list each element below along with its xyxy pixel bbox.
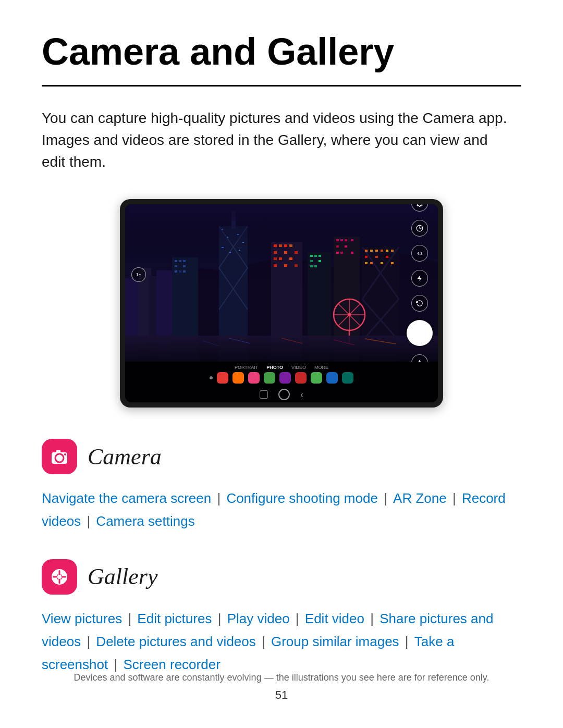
gallery-section-header: Gallery [42,559,521,595]
camera-right-controls: 4:3 [407,204,433,362]
gallery-section-icon-bg [42,559,77,595]
gallery-link-play[interactable]: Play video [227,611,290,626]
device-nav-bar: ‹ [125,387,438,402]
svg-rect-63 [336,252,339,254]
svg-rect-49 [310,255,313,257]
app-icon-4[interactable] [264,372,275,384]
camera-flip-icon[interactable] [411,295,428,312]
camera-settings-icon[interactable] [411,204,428,212]
camera-timer-icon[interactable] [411,220,428,237]
camera-ratio-icon[interactable]: 4:3 [411,245,428,262]
svg-rect-55 [314,265,317,267]
gallery-link-delete[interactable]: Delete pictures and videos [96,634,255,649]
camera-app-svg-icon [49,446,70,467]
camera-flash-icon[interactable] [411,270,428,287]
svg-rect-91 [125,336,438,362]
video-mode[interactable]: VIDEO [291,365,306,370]
photo-mode[interactable]: PHOTO [266,365,283,370]
svg-rect-51 [319,255,321,257]
app-icon-3[interactable] [248,372,260,384]
app-dock [130,372,433,384]
page-number: 51 [0,688,563,702]
svg-rect-65 [351,252,353,254]
svg-rect-80 [365,262,368,264]
svg-rect-30 [183,265,186,267]
sep-g7: | [401,634,412,649]
page-title: Camera and Gallery [42,31,521,72]
camera-mode-selector[interactable]: PORTRAIT PHOTO VIDEO MORE [130,365,433,370]
camera-link-navigate[interactable]: Navigate the camera screen [42,490,211,506]
gallery-link-edit-video[interactable]: Edit video [305,611,364,626]
device-screen: 1+ [125,204,438,402]
more-mode[interactable]: MORE [314,365,328,370]
app-icon-7[interactable] [311,372,322,384]
camera-section-links: Navigate the camera screen | Configure s… [42,487,521,533]
svg-rect-22 [222,247,224,248]
camera-section-icon-bg [42,439,77,474]
gallery-section: Gallery View pictures | Edit pictures | … [42,559,521,676]
portrait-mode[interactable]: PORTRAIT [235,365,258,370]
gallery-link-view[interactable]: View pictures [42,611,122,626]
svg-rect-45 [274,264,277,267]
camera-section-title: Camera [88,443,162,470]
title-divider [42,85,521,87]
svg-rect-103 [56,450,60,453]
svg-rect-72 [370,250,373,252]
app-icon-5[interactable] [279,372,291,384]
svg-rect-83 [391,262,394,264]
page-footer: Devices and software are constantly evol… [0,672,563,702]
sep-g6: | [258,634,269,649]
svg-point-112 [57,575,62,579]
svg-rect-73 [375,250,378,252]
svg-rect-46 [284,264,287,267]
camera-left-control[interactable]: 1+ [131,267,146,282]
nav-recent-button[interactable] [260,390,268,399]
app-icon-8[interactable] [326,372,338,384]
camera-shutter-button[interactable] [407,320,433,346]
svg-rect-75 [386,250,388,252]
separator-3: | [449,490,460,506]
svg-rect-42 [274,257,277,260]
svg-rect-32 [179,270,181,273]
svg-rect-24 [239,250,240,251]
city-skyline-bg: 1+ [125,204,438,362]
separator-2: | [380,490,391,506]
svg-rect-26 [175,260,177,262]
intro-paragraph: You can capture high-quality pictures an… [42,107,511,173]
sep-g1: | [124,611,135,626]
device-screenshot-container: 1+ [42,199,521,408]
svg-rect-82 [381,262,383,264]
nav-bar-left [260,390,268,399]
app-icon-2[interactable] [232,372,244,384]
svg-rect-41 [295,251,298,254]
svg-rect-71 [365,250,368,252]
svg-rect-29 [175,265,177,267]
sep-g3: | [292,611,303,626]
app-icon-1[interactable] [217,372,228,384]
device-frame: 1+ [120,199,443,408]
gallery-section-links: View pictures | Edit pictures | Play vid… [42,607,521,676]
app-icon-6[interactable] [295,372,307,384]
sep-g4: | [366,611,377,626]
gallery-section-title: Gallery [88,563,157,590]
nav-home-button[interactable] [278,389,290,400]
svg-rect-44 [289,257,292,260]
camera-link-settings[interactable]: Camera settings [96,513,194,529]
gallery-link-edit[interactable]: Edit pictures [137,611,212,626]
svg-point-102 [57,456,62,460]
gallery-link-group[interactable]: Group similar images [271,634,399,649]
footer-disclaimer: Devices and software are constantly evol… [0,672,563,683]
app-icon-9[interactable] [342,372,353,384]
camera-section-header: Camera [42,439,521,474]
camera-filter-icon[interactable] [411,354,428,362]
svg-rect-27 [179,260,181,262]
svg-rect-50 [314,255,317,257]
camera-link-ar[interactable]: AR Zone [393,490,447,506]
svg-rect-64 [340,252,343,254]
svg-rect-79 [386,256,388,258]
gallery-link-screen-recorder[interactable]: Screen recorder [123,657,220,672]
svg-rect-47 [295,264,298,267]
svg-rect-78 [375,256,378,258]
camera-link-configure[interactable]: Configure shooting mode [226,490,378,506]
nav-back-button[interactable]: ‹ [300,389,303,400]
